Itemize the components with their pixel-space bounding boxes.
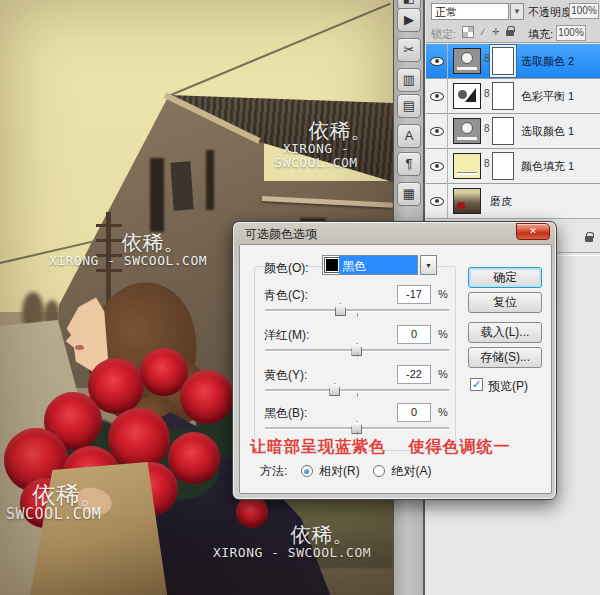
pole-crossarm (96, 224, 122, 227)
eye-icon (430, 127, 444, 136)
mask-link-icon: 8 (484, 158, 490, 169)
watermark-url: SWCOOL.COM (6, 507, 116, 523)
tutorial-annotation: 让暗部呈现蓝紫色 使得色调统一 (250, 437, 550, 458)
visibility-toggle[interactable] (426, 44, 448, 79)
layer-name[interactable]: 选取颜色 2 (521, 54, 574, 69)
absolute-radio[interactable] (373, 465, 385, 477)
fill-layer-thumbnail[interactable] (453, 153, 481, 179)
visibility-toggle[interactable] (426, 184, 448, 219)
layer-mask-thumbnail[interactable] (492, 47, 514, 75)
color-select-value: 黑色 (339, 256, 417, 274)
layer-name[interactable]: 颜色填充 1 (521, 159, 574, 174)
chevron-down-icon[interactable]: ▼ (510, 3, 524, 20)
ok-button[interactable]: 确定 (468, 267, 542, 288)
yellow-label: 黄色(Y): (264, 367, 307, 384)
close-button[interactable]: ✕ (516, 223, 550, 240)
layer-name[interactable]: 色彩平衡 1 (521, 89, 574, 104)
save-button[interactable]: 存储(S)... (468, 347, 542, 368)
layer-mask-thumbnail[interactable] (492, 117, 514, 145)
black-unit: % (438, 406, 448, 418)
layer-row-selective-color-1[interactable]: 8 选取颜色 1 (426, 114, 600, 149)
actions-panel-icon[interactable]: ▶ (397, 8, 421, 32)
photoshop-workspace: 依稀。 XIRONG - SWCOOL.COM 依稀。 XIRONG - SWC… (0, 0, 600, 595)
lock-all-icon[interactable] (506, 30, 514, 36)
method-label: 方法: (260, 464, 287, 478)
yellow-input[interactable]: -22 (397, 365, 431, 384)
layers-panel-header: 正常 ▼ 不透明度: 100% 锁定: ∕ ✛ 填充: 100% (426, 0, 600, 43)
method-row: 方法: 相对(R) 绝对(A) (260, 463, 431, 480)
magenta-input[interactable]: 0 (397, 325, 431, 344)
selective-color-dialog: 可选颜色选项 ✕ 颜色(O): 黑色 ▼ 青色(C): -17 % 洋红(M):… (232, 221, 557, 500)
paragraph-panel-icon[interactable]: ¶ (397, 152, 421, 176)
reset-button[interactable]: 复位 (468, 292, 542, 313)
lock-transparency-icon[interactable] (462, 26, 474, 38)
black-input[interactable]: 0 (397, 403, 431, 422)
preview-checkbox[interactable]: ✓ (470, 378, 483, 391)
clone-source-panel-icon[interactable]: ▥ (397, 68, 421, 92)
eye-icon (430, 92, 444, 101)
fill-value[interactable]: 100% (556, 25, 586, 41)
layer-mask-thumbnail[interactable] (492, 152, 514, 180)
rose (108, 408, 170, 470)
chevron-down-icon[interactable]: ▼ (420, 255, 437, 275)
layer-name[interactable]: 磨皮 (490, 194, 512, 209)
tool-presets-panel-icon[interactable]: ✂ (397, 38, 421, 62)
adjustment-layer-thumbnail[interactable] (453, 83, 481, 109)
watermark-url: XIRONG - SWCOOL.COM (212, 546, 372, 560)
lock-pixels-brush-icon[interactable]: ∕ (477, 26, 489, 38)
watermark: 依稀。 SWCOOL.COM (6, 482, 116, 523)
layer-name[interactable]: 选取颜色 1 (521, 124, 574, 139)
cyan-input[interactable]: -17 (397, 285, 431, 304)
watermark-text: 依稀。 (212, 524, 372, 546)
lock-label: 锁定: (431, 27, 456, 42)
woman-lips (75, 345, 84, 350)
adjustment-layer-thumbnail[interactable] (453, 48, 481, 74)
lock-position-move-icon[interactable]: ✛ (490, 26, 502, 38)
close-icon: ✕ (529, 226, 537, 236)
cyan-unit: % (438, 288, 448, 300)
visibility-toggle[interactable] (426, 149, 448, 184)
eye-icon (430, 57, 444, 66)
layer-row-selective-color-2[interactable]: 8 选取颜色 2 (426, 44, 600, 79)
window (206, 150, 214, 210)
eye-icon (430, 197, 444, 206)
yellow-unit: % (438, 368, 448, 380)
color-select[interactable]: 黑色 (322, 255, 418, 275)
watermark-text: 依稀。 (237, 120, 393, 142)
magenta-label: 洋红(M): (264, 327, 309, 344)
character-panel-icon[interactable]: A (397, 124, 421, 148)
black-slider[interactable] (265, 427, 449, 430)
visibility-toggle[interactable] (426, 79, 448, 114)
dialog-body: 颜色(O): 黑色 ▼ 青色(C): -17 % 洋红(M): 0 % 黄色(Y… (239, 244, 552, 494)
watermark-text: 依稀。 (48, 232, 208, 254)
watermark: 依稀。 XIRONG - SWCOOL.COM (212, 524, 372, 560)
image-layer-thumbnail[interactable] (453, 188, 481, 214)
layer-row-smoothing[interactable]: 磨皮 (426, 184, 600, 219)
opacity-label: 不透明度: (528, 5, 575, 20)
magenta-unit: % (438, 328, 448, 340)
adjustment-layer-thumbnail[interactable] (453, 118, 481, 144)
cyan-label: 青色(C): (264, 287, 308, 304)
mask-link-icon: 8 (484, 88, 490, 99)
watermark: 依稀。 XIRONG - SWCOOL.COM (48, 232, 208, 268)
magenta-slider[interactable] (265, 349, 449, 352)
cyan-slider[interactable] (265, 309, 449, 312)
layer-comps-panel-icon[interactable]: ▤ (397, 94, 421, 118)
layer-mask-thumbnail[interactable] (492, 82, 514, 110)
load-button[interactable]: 载入(L)... (468, 322, 542, 343)
absolute-label: 绝对(A) (391, 464, 431, 478)
watermark-text: 依稀。 (6, 482, 116, 507)
visibility-toggle[interactable] (426, 114, 448, 149)
relative-radio[interactable] (301, 465, 313, 477)
layer-row-color-balance-1[interactable]: 8 色彩平衡 1 (426, 79, 600, 114)
preview-label: 预览(P) (488, 378, 528, 395)
yellow-slider[interactable] (265, 389, 449, 392)
mask-link-icon: 8 (484, 123, 490, 134)
blend-mode-select[interactable]: 正常 (431, 3, 509, 20)
layer-row-color-fill-1[interactable]: 8 颜色填充 1 (426, 149, 600, 184)
opacity-value[interactable]: 100% (569, 3, 599, 19)
watermark: 依稀。 XIRONG - SWCOOL.COM (237, 120, 393, 169)
histogram-panel-icon[interactable]: ▦ (397, 182, 421, 206)
window (150, 158, 164, 232)
color-label: 颜色(O): (264, 260, 309, 277)
